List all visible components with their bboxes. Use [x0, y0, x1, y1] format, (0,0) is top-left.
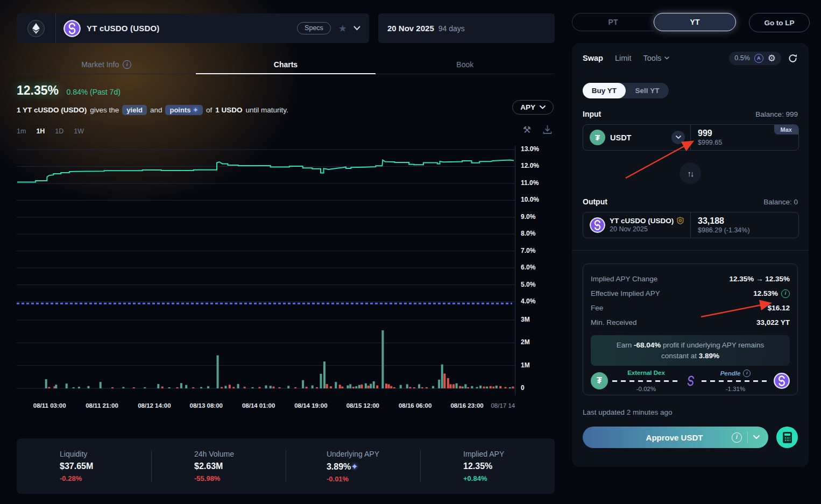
external-dex-label: External Dex	[612, 370, 680, 376]
refresh-icon[interactable]	[788, 53, 798, 63]
points-badge: points ✦	[165, 105, 203, 115]
swap-card: Swap Limit Tools 0.5% A ⚙ Buy YT Sell YT…	[572, 43, 809, 467]
buy-sell-toggle: Buy YT Sell YT	[583, 83, 669, 98]
chart-canvas[interactable]	[17, 143, 517, 396]
trade-details-panel: Implied APY Change 12.35% → 12.35% Effec…	[583, 264, 798, 395]
network-badge	[17, 13, 56, 43]
calculator-button[interactable]	[776, 427, 798, 448]
menu-swap[interactable]: Swap	[583, 54, 603, 62]
pendle-impact: -1.31%	[702, 386, 769, 392]
apy-change-7d: 0.84% (Past 7d)	[66, 88, 120, 96]
info-icon[interactable]: i	[743, 370, 751, 377]
sparkle-icon: ✦	[351, 462, 358, 471]
tab-charts[interactable]: Charts	[196, 55, 375, 74]
input-token-name: USDT	[610, 133, 631, 142]
chart-metric-dropdown[interactable]: APY	[512, 100, 554, 115]
stat-liquidity: Liquidity $37.65M -0.28%	[17, 438, 151, 494]
detail-implied-apy-change: Implied APY Change 12.35% → 12.35%	[591, 272, 790, 286]
chevron-down-icon	[540, 105, 546, 109]
info-icon[interactable]: i	[123, 60, 131, 69]
range-1m[interactable]: 1m	[17, 127, 26, 135]
range-1d[interactable]: 1D	[55, 127, 63, 135]
chevron-down-icon	[664, 56, 669, 60]
chart-tools-icon[interactable]: ⚒	[523, 125, 531, 134]
yt-token-icon	[774, 373, 790, 389]
route-segment-pendle: Pendlei -1.31%	[702, 380, 769, 382]
auto-slippage-icon: A	[754, 54, 763, 63]
input-token-selector[interactable]: ₮ USDT	[583, 125, 691, 150]
maturity-date: 20 Nov 2025	[387, 24, 434, 33]
pt-tab[interactable]: PT	[572, 13, 654, 31]
divider	[747, 431, 748, 443]
market-stats-bar: Liquidity $37.65M -0.28% 24h Volume $2.6…	[17, 438, 555, 494]
tab-market-info[interactable]: Market Info i	[17, 55, 196, 74]
yt-token-icon	[590, 217, 605, 233]
input-usd-value: $999.65	[698, 138, 798, 147]
go-to-lp-button[interactable]: Go to LP	[749, 13, 810, 32]
stat-implied-apy: Implied APY 12.35% +0.84%	[420, 438, 555, 494]
sell-yt-tab[interactable]: Sell YT	[626, 83, 669, 98]
usdt-icon: ₮	[590, 130, 605, 145]
calculator-icon	[783, 432, 792, 443]
implied-apy-headline: 12.35%	[17, 83, 59, 98]
market-title: YT cUSDO (USDO)	[87, 24, 160, 33]
max-button[interactable]: Max	[774, 125, 798, 134]
slippage-value: 0.5%	[734, 54, 750, 62]
apy-volume-chart[interactable]: 13.0%12.0%11.0%10.0%9.0%8.0%7.0%6.0%5.0%…	[17, 141, 555, 413]
swap-route: ₮ External Dex -0.02% Pendlei -1.31%	[591, 370, 790, 392]
specs-button[interactable]: Specs	[297, 22, 331, 34]
section-tabs: Market Info i Charts Book	[17, 55, 555, 74]
output-balance: Balance: 0	[763, 198, 798, 206]
usdt-icon: ₮	[591, 372, 608, 389]
sparkle-icon: ✦	[193, 106, 199, 114]
info-icon[interactable]: i	[781, 289, 790, 298]
output-label: Output	[583, 197, 607, 206]
pendle-swirl-icon	[684, 374, 697, 387]
yt-tab[interactable]: YT	[654, 13, 736, 31]
shield-badge-icon	[677, 217, 684, 224]
range-1w[interactable]: 1W	[74, 127, 84, 135]
download-icon[interactable]	[543, 125, 552, 134]
last-updated: Last updated 2 minutes ago	[583, 408, 673, 416]
favorite-star-icon[interactable]: ★	[338, 24, 347, 33]
slippage-control[interactable]: 0.5% A ⚙	[729, 52, 781, 65]
detail-effective-implied-apy: Effective Implied APY 12.53%i	[591, 286, 790, 301]
detail-fee: Fee $16.12	[591, 301, 790, 315]
output-maturity: 20 Nov 2025	[610, 225, 684, 234]
pt-yt-toggle: PT YT	[572, 13, 736, 31]
approve-button[interactable]: Approve USDT i	[583, 427, 768, 448]
range-1h[interactable]: 1H	[36, 127, 45, 135]
tab-book[interactable]: Book	[376, 55, 555, 74]
input-label-row: Input Balance: 999	[583, 110, 798, 118]
external-dex-impact: -0.02%	[612, 386, 680, 392]
approve-label: Approve USDT	[583, 433, 732, 442]
output-label-row: Output Balance: 0	[583, 197, 798, 206]
ethereum-icon	[27, 20, 45, 37]
swap-direction-button[interactable]: ↑↓	[680, 162, 701, 184]
output-amount: 33,188	[698, 216, 798, 226]
token-selector-bar[interactable]: YT cUSDO (USDO) Specs ★	[17, 13, 369, 43]
chevron-down-icon[interactable]	[753, 435, 760, 439]
maturity-date-box: 20 Nov 2025 94 days	[378, 13, 555, 43]
swap-menu: Swap Limit Tools 0.5% A ⚙	[583, 51, 798, 65]
input-balance: Balance: 999	[755, 110, 798, 118]
output-usd-value: $986.29 (-1.34%)	[698, 226, 798, 235]
input-label: Input	[583, 110, 601, 118]
stat-volume: 24h Volume $2.63M -55.98%	[151, 438, 286, 494]
stat-underlying-apy: Underlying APY 3.89%✦ -0.01%	[286, 438, 420, 494]
menu-limit[interactable]: Limit	[615, 54, 632, 62]
token-dropdown-chevron-icon[interactable]	[671, 131, 685, 144]
time-range-row: 1m 1H 1D 1W ⚒	[17, 125, 555, 137]
detail-min-received: Min. Received 33,022 YT	[591, 315, 790, 330]
input-box: ₮ USDT 999 $999.65 Max	[583, 124, 799, 151]
output-token: YT cUSDO (USDO) 20 Nov 2025	[583, 212, 691, 238]
output-token-name: YT cUSDO (USDO)	[610, 217, 674, 225]
menu-tools[interactable]: Tools	[643, 54, 670, 62]
pendle-token-icon	[63, 20, 81, 37]
buy-yt-tab[interactable]: Buy YT	[583, 83, 626, 98]
settings-gear-icon[interactable]: ⚙	[768, 54, 776, 63]
chevron-down-icon[interactable]	[353, 26, 360, 31]
info-icon[interactable]: i	[732, 432, 742, 443]
pendle-label: Pendlei	[702, 370, 769, 377]
yield-badge: yield	[122, 105, 147, 115]
